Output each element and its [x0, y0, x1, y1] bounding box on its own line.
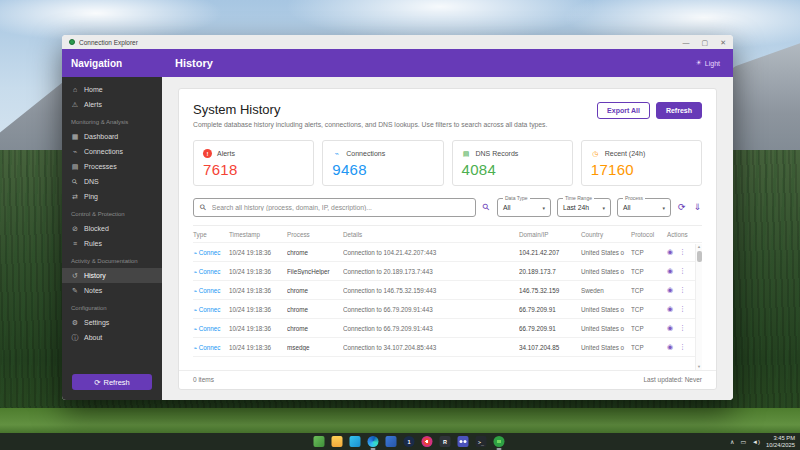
ping-icon: ⇄: [71, 193, 79, 201]
plug-icon: ⌁: [193, 249, 197, 256]
theme-toggle[interactable]: ☀ Light: [696, 59, 720, 67]
taskbar-green-package-app-icon[interactable]: [314, 436, 325, 447]
sidebar-item-rules[interactable]: ≡ Rules: [62, 236, 162, 251]
sidebar-item-settings[interactable]: ⚙ Settings: [62, 315, 162, 330]
sidebar-item-about[interactable]: ⓘ About: [62, 330, 162, 345]
chevron-down-icon: ▾: [602, 205, 605, 211]
refresh-filters-icon[interactable]: ⟳: [677, 203, 687, 212]
sidebar-item-processes[interactable]: ▤ Processes: [62, 159, 162, 174]
taskbar-dark-1-app-icon[interactable]: 1: [404, 436, 415, 447]
view-details-icon[interactable]: ◉: [667, 324, 673, 332]
taskbar-red-donut-app-icon[interactable]: [422, 436, 433, 447]
sidebar-item-label: Blocked: [84, 225, 109, 232]
sidebar-item-home[interactable]: ⌂ Home: [62, 82, 162, 97]
scrollbar-thumb[interactable]: [697, 251, 702, 262]
export-all-button[interactable]: Export All: [597, 102, 650, 119]
desktop: Connection Explorer — ▢ ✕ Navigation ⌂ H…: [0, 0, 800, 450]
table-row[interactable]: ⌁Connec 10/24 19:18:36 chrome Connection…: [193, 281, 702, 300]
view-details-icon[interactable]: ◉: [667, 286, 673, 294]
view-details-icon[interactable]: ◉: [667, 267, 673, 275]
rules-icon: ≡: [71, 240, 79, 247]
row-menu-icon[interactable]: ⋮: [679, 286, 686, 294]
sidebar-item-dns[interactable]: ⚲ DNS: [62, 174, 162, 189]
scroll-up-icon[interactable]: ▲: [697, 244, 701, 250]
tray-chevron-up-icon[interactable]: ∧: [730, 439, 734, 445]
search-box: ⚲: [193, 198, 476, 217]
alerts-icon: ⚠: [71, 101, 79, 109]
sidebar-item-label: Alerts: [84, 101, 102, 108]
stat-label: Recent (24h): [605, 150, 645, 157]
plug-icon: ⌁: [332, 149, 341, 158]
filter-row: ⚲ ⚲ Data Type All ▾ Time Range: [179, 194, 716, 225]
sidebar-item-blocked[interactable]: ⊘ Blocked: [62, 221, 162, 236]
process-select[interactable]: Process All ▾: [617, 198, 671, 217]
sidebar-item-label: Connections: [84, 148, 123, 155]
table-row[interactable]: ⌁Connec 10/24 19:18:36 FileSyncHelper Co…: [193, 262, 702, 281]
dns-icon: ⚲: [69, 176, 80, 187]
stat-value: 9468: [332, 161, 433, 178]
table-row[interactable]: ⌁Connec 10/24 19:18:36 msedge Connection…: [193, 338, 702, 357]
history-card: System History Complete database history…: [178, 88, 717, 390]
taskbar-file-explorer-icon[interactable]: [332, 436, 343, 447]
sidebar-item-label: Home: [84, 86, 103, 93]
view-details-icon[interactable]: ◉: [667, 305, 673, 313]
table-row[interactable]: ⌁Connec 10/24 19:18:36 chrome Connection…: [193, 300, 702, 319]
sidebar-item-ping[interactable]: ⇄ Ping: [62, 189, 162, 204]
view-details-icon[interactable]: ◉: [667, 248, 673, 256]
row-menu-icon[interactable]: ⋮: [679, 305, 686, 313]
taskbar-blue-cube-app-icon[interactable]: [386, 436, 397, 447]
row-menu-icon[interactable]: ⋮: [679, 267, 686, 275]
sidebar-item-label: DNS: [84, 178, 99, 185]
sidebar-header: Navigation: [62, 49, 162, 77]
maximize-button[interactable]: ▢: [702, 39, 709, 46]
title-bar: Connection Explorer — ▢ ✕: [62, 35, 733, 49]
view-details-icon[interactable]: ◉: [667, 343, 673, 351]
sidebar-item-notes[interactable]: ✎ Notes: [62, 283, 162, 298]
taskbar-clock[interactable]: 3:45 PM 10/24/2025: [766, 435, 795, 449]
table-scrollbar[interactable]: ▲ ▼: [695, 244, 702, 370]
stat-value: 7618: [203, 161, 304, 178]
sidebar-item-dashboard[interactable]: ▦ Dashboard: [62, 129, 162, 144]
app-window: Connection Explorer — ▢ ✕ Navigation ⌂ H…: [62, 35, 733, 400]
time-range-select[interactable]: Time Range Last 24h ▾: [557, 198, 611, 217]
stat-card-connections: ⌁ Connections 9468: [322, 140, 443, 186]
app-icon: [69, 39, 75, 45]
row-menu-icon[interactable]: ⋮: [679, 343, 686, 351]
row-menu-icon[interactable]: ⋮: [679, 324, 686, 332]
type-badge: ⌁Connec: [193, 325, 229, 332]
sidebar-item-connections[interactable]: ⌁ Connections: [62, 144, 162, 159]
data-type-select[interactable]: Data Type All ▾: [497, 198, 551, 217]
sidebar-section-configuration: Configuration: [62, 305, 162, 315]
minimize-button[interactable]: —: [683, 39, 690, 46]
tray-volume-icon[interactable]: ◄): [752, 439, 760, 445]
tray-monitor-icon[interactable]: ▭: [740, 439, 746, 445]
scroll-down-icon[interactable]: ▼: [697, 364, 701, 370]
taskbar-teal-app-icon[interactable]: [350, 436, 361, 447]
sidebar-item-history[interactable]: ↺ History: [62, 268, 162, 283]
export-table-icon[interactable]: ⇓: [692, 203, 702, 212]
type-badge: ⌁Connec: [193, 287, 229, 294]
window-title: Connection Explorer: [79, 39, 138, 46]
sidebar-refresh-button[interactable]: ⟳ Refresh: [72, 374, 152, 390]
row-menu-icon[interactable]: ⋮: [679, 248, 686, 256]
type-badge: ⌁Connec: [193, 249, 229, 256]
advanced-search-icon[interactable]: ⚲: [480, 201, 492, 213]
taskbar-edge-browser-icon[interactable]: [368, 436, 379, 447]
taskbar-dark-r-app-icon[interactable]: R: [440, 436, 451, 447]
taskbar-people-app-icon[interactable]: [458, 436, 469, 447]
refresh-button[interactable]: Refresh: [656, 102, 702, 119]
stat-label: DNS Records: [476, 150, 519, 157]
notes-icon: ✎: [71, 287, 79, 295]
search-input[interactable]: [210, 203, 469, 212]
taskbar-terminal-app-icon[interactable]: >_: [476, 436, 487, 447]
table-row[interactable]: ⌁Connec 10/24 19:18:36 chrome Connection…: [193, 243, 702, 262]
start-button[interactable]: [296, 436, 307, 447]
clock-icon: ◷: [591, 149, 600, 158]
alert-circle-icon: !: [203, 149, 212, 158]
sidebar-section-monitoring: Monitoring & Analysis: [62, 119, 162, 129]
stats-row: ! Alerts 7618 ⌁ Connections 9468: [179, 134, 716, 194]
sidebar-item-alerts[interactable]: ⚠ Alerts: [62, 97, 162, 112]
close-button[interactable]: ✕: [720, 39, 726, 46]
taskbar-green-dot-app-icon[interactable]: [494, 436, 505, 447]
table-row[interactable]: ⌁Connec 10/24 19:18:36 chrome Connection…: [193, 319, 702, 338]
